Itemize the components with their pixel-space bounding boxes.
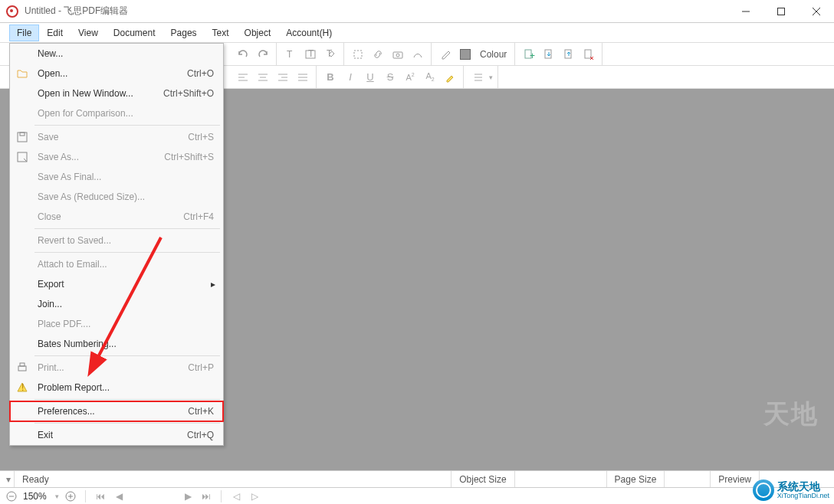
text-tool-icon[interactable]: T (282, 46, 299, 63)
submenu-arrow-icon: ▸ (211, 279, 215, 290)
menu-item-label: Export (38, 279, 64, 290)
text-edit-icon[interactable]: T (322, 46, 339, 63)
file-menu-item: Save As (Reduced Size)... (10, 187, 223, 207)
watermark-url: XiTongTianDi.net (777, 492, 829, 499)
file-menu-item[interactable]: ExitCtrl+Q (10, 425, 223, 445)
file-menu-dropdown: New...Open...Ctrl+OOpen in New Window...… (9, 43, 224, 446)
file-menu-item[interactable]: Open in New Window...Ctrl+Shift+O (10, 83, 223, 103)
file-menu-item: Place PDF.... (10, 314, 223, 334)
menu-document[interactable]: Document (106, 25, 163, 41)
file-menu-item: Revert to Saved... (10, 231, 223, 250)
nav-bar: 150% ▾ ⏮ ◀ ▶ ⏭ ◁ ▷ (0, 487, 834, 504)
svg-text:+: + (530, 51, 535, 61)
align-left-icon[interactable] (235, 69, 251, 86)
crop-icon[interactable] (350, 46, 366, 63)
menu-item-label: Open for Comparison... (38, 108, 133, 119)
menu-item-label: Open... (38, 68, 67, 79)
menu-item-label: Save As (Reduced Size)... (38, 191, 145, 202)
textbox-icon[interactable]: T (302, 46, 319, 63)
align-right-icon[interactable] (274, 69, 291, 86)
doc-add-icon[interactable]: + (520, 46, 537, 63)
nav-prev-icon[interactable]: ◀ (112, 489, 126, 503)
align-justify-icon[interactable] (294, 69, 311, 86)
nav-last-icon[interactable]: ⏭ (199, 489, 213, 503)
save-icon (16, 131, 28, 143)
nav-back-icon[interactable]: ◁ (229, 489, 243, 503)
svg-rect-19 (20, 133, 25, 136)
file-menu-item[interactable]: Open...Ctrl+O (10, 64, 223, 83)
nav-forward-icon[interactable]: ▷ (248, 489, 261, 503)
colour-swatch[interactable] (457, 46, 474, 63)
menu-account[interactable]: Account(H) (278, 25, 340, 41)
file-menu-item: Save As Final... (10, 167, 223, 187)
menu-text[interactable]: Text (205, 25, 237, 41)
file-menu-item[interactable]: Join... (10, 294, 223, 314)
line-spacing-icon[interactable] (469, 69, 486, 86)
doc-import-icon[interactable] (560, 46, 577, 63)
link-icon[interactable] (369, 46, 386, 63)
window-controls (728, 0, 834, 23)
eyedropper-icon[interactable] (437, 46, 454, 63)
strike-icon[interactable]: S (382, 69, 399, 86)
svg-point-10 (396, 54, 399, 57)
nav-first-icon[interactable]: ⏮ (94, 489, 107, 503)
menu-item-shortcut: Ctrl+O (187, 68, 214, 79)
align-center-icon[interactable] (254, 69, 271, 86)
menu-separator (34, 228, 220, 229)
file-menu-item[interactable]: !Problem Report... (10, 378, 223, 398)
svg-rect-18 (18, 133, 27, 142)
watermark-logo: 系统天地 XiTongTianDi.net (753, 479, 829, 501)
status-ready: Ready (14, 471, 57, 487)
menu-item-label: Place PDF.... (38, 319, 90, 329)
menu-item-shortcut: Ctrl+Q (187, 430, 214, 440)
file-menu-item[interactable]: Preferences...Ctrl+K (10, 401, 223, 421)
menu-item-shortcut: Ctrl+Shift+S (164, 152, 214, 162)
shape-icon[interactable] (409, 46, 426, 63)
bold-icon[interactable]: B (322, 69, 339, 86)
zoom-in-icon[interactable] (64, 489, 77, 503)
svg-rect-21 (18, 366, 26, 371)
status-page-size: Page Size (606, 471, 665, 487)
menu-item-shortcut: Ctrl+Shift+O (163, 88, 214, 99)
menu-edit[interactable]: Edit (39, 25, 71, 41)
menu-separator (34, 423, 220, 424)
superscript-icon[interactable]: A2 (402, 69, 419, 86)
maximize-button[interactable] (763, 0, 799, 23)
file-menu-item[interactable]: Bates Numbering... (10, 334, 223, 354)
underline-icon[interactable]: U (362, 69, 379, 86)
file-menu-item[interactable]: New... (10, 44, 223, 64)
zoom-value[interactable]: 150% (23, 491, 51, 502)
nav-next-icon[interactable]: ▶ (181, 489, 195, 503)
status-object-size-value (514, 471, 606, 487)
minimize-button[interactable] (728, 0, 763, 23)
print-icon (16, 362, 28, 374)
file-menu-item: Save As...Ctrl+Shift+S (10, 147, 223, 167)
zoom-out-icon[interactable] (5, 489, 18, 503)
close-button[interactable] (799, 0, 834, 23)
italic-icon[interactable]: I (342, 69, 359, 86)
menu-item-label: Join... (38, 299, 62, 309)
menu-object[interactable]: Object (237, 25, 279, 41)
highlight-icon[interactable] (442, 69, 458, 86)
redo-icon[interactable] (254, 46, 271, 63)
menu-separator (34, 252, 220, 253)
menu-file[interactable]: File (9, 25, 39, 41)
subscript-icon[interactable]: A2 (422, 69, 438, 86)
folder-icon (16, 67, 28, 80)
menu-item-label: Exit (38, 430, 53, 440)
file-menu-item: Open for Comparison... (10, 103, 223, 123)
svg-rect-1 (778, 8, 785, 15)
window-title: Untitled - 飞思PDF编辑器 (25, 5, 128, 18)
watermark-ghost: 天地 (763, 397, 819, 432)
doc-delete-icon[interactable] (580, 46, 597, 63)
watermark-globe-icon (753, 479, 774, 501)
menu-separator (34, 399, 220, 400)
undo-icon[interactable] (235, 46, 251, 63)
file-menu-item[interactable]: Export▸ (10, 274, 223, 294)
camera-icon[interactable] (389, 46, 406, 63)
menu-view[interactable]: View (71, 25, 106, 41)
doc-export-icon[interactable] (540, 46, 557, 63)
menu-pages[interactable]: Pages (163, 25, 205, 41)
menu-item-label: Save (38, 132, 58, 142)
file-menu-item: SaveCtrl+S (10, 127, 223, 147)
